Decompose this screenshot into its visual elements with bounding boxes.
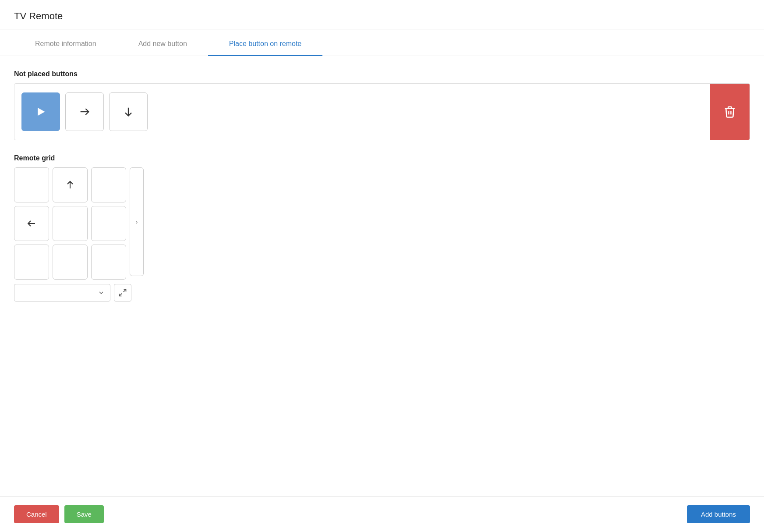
grid-cell-0-2[interactable]	[91, 167, 126, 202]
expand-icon	[118, 288, 127, 297]
tabs-bar: Remote information Add new button Place …	[0, 29, 764, 56]
arrow-left-icon	[26, 218, 37, 229]
not-placed-section-label: Not placed buttons	[14, 70, 750, 78]
page-container: TV Remote Remote information Add new but…	[0, 0, 764, 532]
play-icon	[35, 106, 47, 118]
trash-icon	[723, 105, 736, 118]
not-placed-buttons-list	[14, 84, 710, 140]
chevron-right-icon: ›	[136, 218, 138, 225]
svg-marker-0	[38, 108, 45, 116]
svg-line-5	[124, 290, 126, 292]
grid-cell-1-1[interactable]	[53, 206, 88, 241]
remote-grid-label: Remote grid	[14, 154, 750, 162]
grid-cell-2-0[interactable]	[14, 245, 49, 280]
remote-grid	[14, 167, 126, 280]
grid-cell-1-0[interactable]	[14, 206, 49, 241]
page-header: TV Remote	[0, 0, 764, 29]
grid-scrollbar[interactable]: ›	[130, 167, 144, 276]
remote-grid-section: Remote grid	[14, 154, 750, 301]
button-tile-arrow-right[interactable]	[65, 92, 104, 131]
grid-expand-button[interactable]	[114, 284, 131, 301]
page-footer: Cancel Save Add buttons	[0, 496, 764, 532]
grid-cell-0-0[interactable]	[14, 167, 49, 202]
page-title: TV Remote	[14, 11, 63, 21]
grid-scroll-column: ›	[130, 167, 144, 276]
arrow-down-icon	[122, 106, 134, 118]
button-tile-arrow-down[interactable]	[109, 92, 148, 131]
add-buttons-button[interactable]: Add buttons	[687, 505, 750, 523]
button-tile-play[interactable]	[21, 92, 60, 131]
grid-cell-1-2[interactable]	[91, 206, 126, 241]
remote-grid-wrapper: ›	[14, 167, 750, 280]
svg-line-6	[120, 294, 122, 296]
main-content: Not placed buttons	[0, 56, 764, 496]
cancel-button[interactable]: Cancel	[14, 505, 59, 523]
arrow-up-icon	[65, 180, 75, 190]
chevron-down-icon	[98, 289, 105, 296]
grid-cell-2-2[interactable]	[91, 245, 126, 280]
grid-bottom-controls	[14, 284, 750, 301]
arrow-right-icon	[78, 106, 91, 118]
tab-add-new-button[interactable]: Add new button	[117, 29, 208, 56]
grid-cell-2-1[interactable]	[53, 245, 88, 280]
grid-cell-0-1[interactable]	[53, 167, 88, 202]
footer-left: Cancel Save	[14, 505, 104, 523]
grid-row-dropdown[interactable]	[14, 284, 110, 301]
tab-place-button-on-remote[interactable]: Place button on remote	[208, 29, 322, 56]
tab-remote-information[interactable]: Remote information	[14, 29, 117, 56]
delete-zone[interactable]	[710, 84, 750, 140]
save-button[interactable]: Save	[64, 505, 104, 523]
not-placed-area	[14, 83, 750, 140]
